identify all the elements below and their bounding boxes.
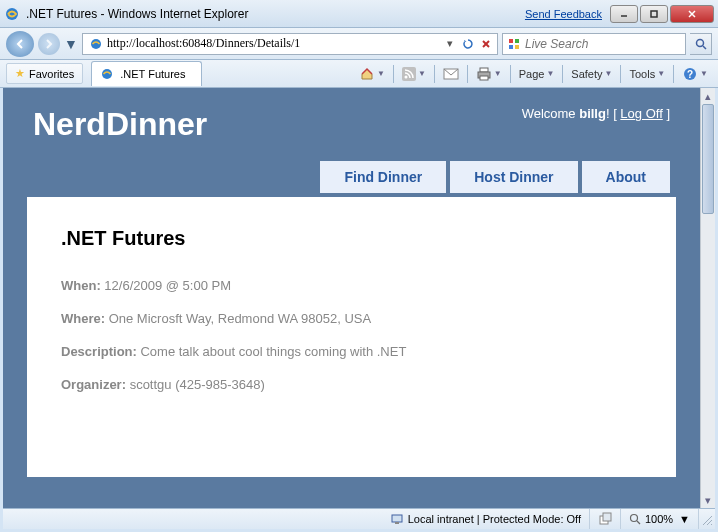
page-content: NerdDinner Welcome billg! [ Log Off ] Fi… bbox=[3, 88, 700, 508]
svg-text:?: ? bbox=[687, 69, 693, 80]
svg-rect-24 bbox=[395, 522, 399, 524]
zoom-control[interactable]: 100% ▼ bbox=[621, 509, 699, 529]
window-title: .NET Futures - Windows Internet Explorer bbox=[26, 7, 525, 21]
navigation-toolbar: ▼ ▾ bbox=[0, 28, 718, 60]
username: billg bbox=[579, 106, 606, 121]
tools-menu[interactable]: Tools ▼ bbox=[625, 65, 669, 83]
nav-host-dinner[interactable]: Host Dinner bbox=[450, 161, 577, 193]
chevron-down-icon: ▼ bbox=[657, 69, 665, 78]
svg-rect-18 bbox=[480, 68, 488, 72]
maximize-button[interactable] bbox=[640, 5, 668, 23]
dinner-when: When: 12/6/2009 @ 5:00 PM bbox=[61, 278, 642, 293]
logoff-link[interactable]: Log Off bbox=[620, 106, 662, 121]
chevron-down-icon: ▼ bbox=[679, 513, 690, 525]
print-button[interactable]: ▼ bbox=[472, 64, 506, 84]
nav-find-dinner[interactable]: Find Dinner bbox=[320, 161, 446, 193]
home-button[interactable]: ▼ bbox=[355, 63, 389, 85]
zoom-icon bbox=[629, 513, 641, 525]
address-dropdown[interactable]: ▾ bbox=[441, 35, 459, 53]
dinner-where: Where: One Microsft Way, Redmond WA 9805… bbox=[61, 311, 642, 326]
status-zone[interactable]: Local intranet | Protected Mode: Off bbox=[382, 509, 590, 529]
tab-title: .NET Futures bbox=[120, 68, 185, 80]
dinner-description: Description: Come talk about cool things… bbox=[61, 344, 642, 359]
back-button[interactable] bbox=[6, 31, 34, 57]
favorites-button[interactable]: ★ Favorites bbox=[6, 63, 83, 84]
status-popup[interactable] bbox=[590, 509, 621, 529]
search-bar bbox=[502, 33, 686, 55]
scroll-down-button[interactable]: ▾ bbox=[701, 492, 715, 508]
svg-rect-20 bbox=[480, 76, 488, 80]
vertical-scrollbar[interactable]: ▴ ▾ bbox=[700, 88, 715, 508]
svg-rect-26 bbox=[603, 513, 611, 521]
svg-line-31 bbox=[711, 524, 712, 525]
safety-menu[interactable]: Safety ▼ bbox=[567, 65, 616, 83]
recent-pages-dropdown[interactable]: ▼ bbox=[64, 31, 78, 57]
svg-point-16 bbox=[404, 75, 407, 78]
browser-tab[interactable]: .NET Futures bbox=[91, 61, 202, 86]
address-input[interactable] bbox=[107, 36, 441, 51]
search-button[interactable] bbox=[690, 33, 712, 55]
chevron-down-icon: ▼ bbox=[700, 69, 708, 78]
chevron-down-icon: ▼ bbox=[546, 69, 554, 78]
scroll-up-button[interactable]: ▴ bbox=[701, 88, 715, 104]
svg-rect-10 bbox=[509, 45, 513, 49]
tabs-toolbar: ★ Favorites .NET Futures ▼ ▼ ▼ Page ▼ bbox=[0, 60, 718, 88]
svg-rect-11 bbox=[515, 45, 519, 49]
dinner-details: .NET Futures When: 12/6/2009 @ 5:00 PM W… bbox=[27, 197, 676, 477]
read-mail-button[interactable] bbox=[439, 65, 463, 83]
chevron-down-icon: ▼ bbox=[418, 69, 426, 78]
svg-line-29 bbox=[703, 516, 712, 525]
site-brand[interactable]: NerdDinner bbox=[33, 106, 207, 143]
scroll-thumb[interactable] bbox=[702, 104, 714, 214]
status-bar: Local intranet | Protected Mode: Off 100… bbox=[3, 508, 715, 529]
resize-grip[interactable] bbox=[699, 512, 715, 526]
command-bar: ▼ ▼ ▼ Page ▼ Safety ▼ Tools ▼ bbox=[355, 63, 712, 85]
svg-rect-8 bbox=[509, 39, 513, 43]
dinner-title: .NET Futures bbox=[61, 227, 642, 250]
chevron-down-icon: ▼ bbox=[377, 69, 385, 78]
page-menu[interactable]: Page ▼ bbox=[515, 65, 559, 83]
window-titlebar: .NET Futures - Windows Internet Explorer… bbox=[0, 0, 718, 28]
star-icon: ★ bbox=[15, 67, 25, 80]
svg-line-28 bbox=[637, 521, 640, 524]
nav-about[interactable]: About bbox=[582, 161, 670, 193]
chevron-down-icon: ▼ bbox=[494, 69, 502, 78]
feeds-button[interactable]: ▼ bbox=[398, 64, 430, 84]
close-button[interactable] bbox=[670, 5, 714, 23]
minimize-button[interactable] bbox=[610, 5, 638, 23]
send-feedback-link[interactable]: Send Feedback bbox=[525, 8, 602, 20]
search-input[interactable] bbox=[525, 37, 681, 51]
address-bar: ▾ bbox=[82, 33, 498, 55]
page-icon bbox=[89, 37, 103, 51]
svg-point-12 bbox=[696, 39, 703, 46]
svg-rect-9 bbox=[515, 39, 519, 43]
user-welcome: Welcome billg! [ Log Off ] bbox=[522, 106, 670, 121]
svg-line-13 bbox=[703, 46, 706, 49]
intranet-icon bbox=[390, 512, 404, 526]
site-nav: Find Dinner Host Dinner About bbox=[3, 143, 700, 193]
refresh-button[interactable] bbox=[459, 35, 477, 53]
svg-rect-2 bbox=[651, 11, 657, 17]
svg-rect-23 bbox=[392, 515, 402, 522]
tab-page-icon bbox=[100, 67, 114, 81]
svg-point-27 bbox=[630, 515, 637, 522]
stop-button[interactable] bbox=[477, 35, 495, 53]
forward-button[interactable] bbox=[38, 33, 60, 55]
chevron-down-icon: ▼ bbox=[605, 69, 613, 78]
ie-icon bbox=[4, 6, 20, 22]
dinner-organizer: Organizer: scottgu (425-985-3648) bbox=[61, 377, 642, 392]
live-search-icon bbox=[507, 37, 521, 51]
help-button[interactable]: ? ▼ bbox=[678, 63, 712, 85]
favorites-label: Favorites bbox=[29, 68, 74, 80]
